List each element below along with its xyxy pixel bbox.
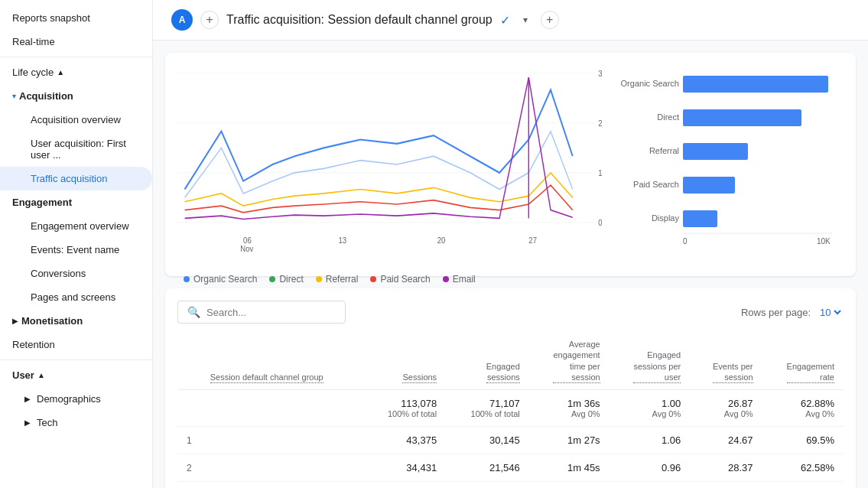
chart-container: 3K 2K 1K 0 06 Nov 13 20 27 (177, 65, 844, 264)
page-header: A + Traffic acquisition: Session default… (153, 0, 868, 41)
col-sessions: Sessions (363, 333, 447, 390)
sidebar-item-tech[interactable]: ▶ Tech (0, 411, 152, 434)
add-widget-button[interactable]: + (541, 11, 559, 29)
sidebar-acquisition-overview-label: Acquisition overview (31, 114, 121, 125)
sidebar-retention-label: Retention (12, 339, 55, 350)
sidebar-engagement-header[interactable]: Engagement (0, 190, 152, 214)
sidebar-item-reports-snapshot-label: Reports snapshot (12, 12, 90, 24)
sidebar-conversions-label: Conversions (31, 268, 86, 279)
col-events-per-session: Events persession (690, 333, 762, 390)
legend-label-direct: Direct (279, 274, 303, 285)
sidebar-tech-label: Tech (37, 417, 57, 428)
legend-label-referral: Referral (326, 274, 359, 285)
chevron-right-icon: ▶ (12, 317, 18, 325)
col-engaged: Engagedsessions (446, 333, 529, 390)
svg-text:Referral: Referral (649, 146, 679, 155)
table-section: 🔍 Rows per page: 10 25 50 Session defaul… (165, 288, 856, 488)
svg-rect-20 (683, 109, 801, 126)
col-dimension: Session default channel group (201, 333, 363, 390)
sidebar-item-demographics[interactable]: ▶ Demographics (0, 387, 152, 411)
search-icon: 🔍 (187, 306, 200, 318)
svg-text:0: 0 (598, 219, 602, 228)
sidebar-item-retention[interactable]: Retention (0, 333, 152, 356)
col-num (177, 333, 201, 390)
legend-organic-search: Organic Search (184, 274, 257, 285)
table-row: 3 10,395 8,084 2m 07s 1.40 34.62 77.77% (177, 482, 844, 488)
search-box[interactable]: 🔍 (177, 301, 346, 324)
svg-text:Organic Search: Organic Search (621, 79, 679, 88)
bar-chart: Organic Search Direct Referral Paid Sear… (614, 65, 844, 264)
sidebar-demographics-label: Demographics (37, 393, 101, 405)
svg-text:Nov: Nov (240, 244, 254, 253)
sidebar-item-real-time[interactable]: Real-time (0, 30, 152, 54)
rows-per-page: Rows per page: 10 25 50 (741, 306, 844, 319)
sidebar-item-engagement-overview[interactable]: Engagement overview (0, 214, 152, 238)
main-content: A + Traffic acquisition: Session default… (153, 0, 868, 488)
sidebar-monetisation-header[interactable]: ▶ Monetisation (0, 309, 152, 333)
legend-dot-organic (184, 276, 190, 282)
chevron-right-icon-tech: ▶ (24, 418, 31, 427)
add-comparison-button[interactable]: + (200, 11, 219, 29)
total-engaged-per-user: 1.00 Avg 0% (610, 390, 691, 427)
search-input[interactable] (206, 307, 336, 318)
sidebar-item-acquisition-overview[interactable]: Acquisition overview (0, 108, 152, 132)
svg-text:1K: 1K (598, 169, 602, 178)
svg-rect-23 (683, 210, 717, 227)
legend-label-organic: Organic Search (193, 274, 257, 285)
sidebar-user-acquisition-label: User acquisition: First user ... (31, 138, 140, 161)
svg-text:3K: 3K (598, 70, 602, 79)
sidebar-item-traffic-acquisition[interactable]: Traffic acquisition (0, 167, 152, 190)
sidebar-item-real-time-label: Real-time (12, 36, 55, 47)
sidebar-acquisition-label: Acquisition (19, 90, 73, 102)
line-chart: 3K 2K 1K 0 06 Nov 13 20 27 (177, 65, 602, 264)
legend-label-paid: Paid Search (380, 274, 430, 285)
svg-text:13: 13 (339, 236, 347, 245)
sidebar-pages-screens-label: Pages and screens (31, 291, 115, 303)
sidebar-user-header[interactable]: User ▲ (0, 363, 152, 387)
avatar: A (171, 9, 193, 31)
title-dropdown-button[interactable]: ▾ (518, 12, 533, 28)
data-table: Session default channel group Sessions E… (177, 333, 844, 488)
chevron-right-icon-demo: ▶ (24, 395, 31, 403)
svg-text:Display: Display (652, 213, 680, 223)
svg-text:Direct: Direct (657, 112, 679, 122)
svg-text:20: 20 (437, 236, 446, 245)
sidebar-events-label: Events: Event name (31, 244, 119, 255)
total-row: 113,078 100% of total 71,107 100% of tot… (177, 390, 844, 427)
total-num (177, 390, 201, 427)
total-sessions: 113,078 100% of total (363, 390, 447, 427)
sidebar: Reports snapshot Real-time Life cycle ▲ … (0, 0, 153, 488)
legend-dot-email (443, 276, 449, 282)
col-avg-time: Averageengagementtime persession (529, 333, 610, 390)
total-avg-time: 1m 36s Avg 0% (529, 390, 610, 427)
sidebar-item-events[interactable]: Events: Event name (0, 238, 152, 262)
legend-email: Email (443, 274, 476, 285)
sidebar-item-conversions[interactable]: Conversions (0, 262, 152, 285)
sidebar-item-user-acquisition[interactable]: User acquisition: First user ... (0, 132, 152, 167)
sidebar-lifecycle-label: Life cycle (12, 67, 54, 78)
svg-text:27: 27 (528, 236, 537, 245)
user-chevron-icon: ▲ (37, 371, 45, 379)
svg-rect-22 (683, 177, 735, 194)
sidebar-item-pages-screens[interactable]: Pages and screens (0, 285, 152, 309)
table-row: 2 34,431 21,546 1m 45s 0.96 28.37 62.58% (177, 454, 844, 482)
legend-label-email: Email (453, 274, 476, 285)
sidebar-lifecycle-header[interactable]: Life cycle ▲ (0, 60, 152, 84)
total-engagement-rate: 62.88% Avg 0% (762, 390, 844, 427)
svg-text:0: 0 (683, 237, 688, 246)
rows-per-page-select[interactable]: 10 25 50 (817, 306, 844, 319)
sidebar-item-reports-snapshot[interactable]: Reports snapshot (0, 6, 152, 30)
sidebar-engagement-label: Engagement (12, 197, 72, 208)
sidebar-monetisation-label: Monetisation (21, 315, 83, 327)
verified-icon: ✓ (500, 13, 510, 28)
legend-dot-referral (316, 276, 322, 282)
bar-chart-svg: Organic Search Direct Referral Paid Sear… (614, 65, 844, 249)
col-engaged-per-user: Engagedsessions peruser (610, 333, 691, 390)
sidebar-user-label: User (12, 369, 34, 381)
page-title: Traffic acquisition: Session default cha… (226, 13, 493, 27)
sidebar-acquisition-header[interactable]: ▾ Acquisition (0, 84, 152, 108)
table-toolbar: 🔍 Rows per page: 10 25 50 (177, 301, 844, 324)
legend-referral: Referral (316, 274, 359, 285)
chart-section: 3K 2K 1K 0 06 Nov 13 20 27 (165, 53, 856, 276)
bullet-icon: ▾ (12, 92, 16, 100)
